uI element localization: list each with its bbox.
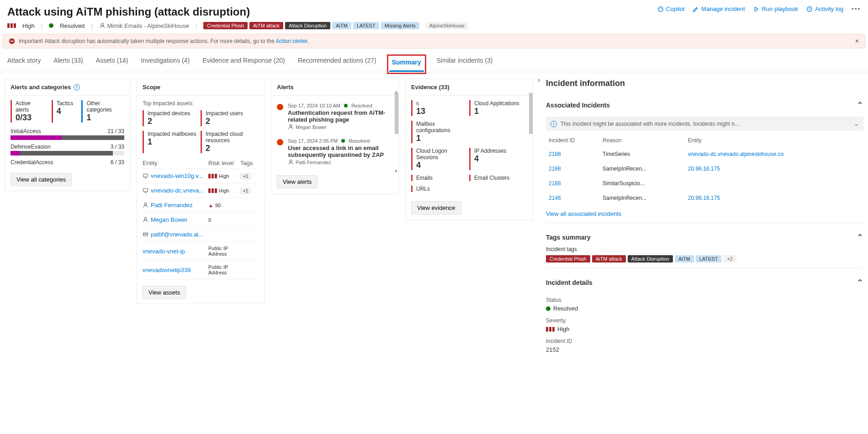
assoc-info-banner: i This incident might be associated with… [546, 117, 863, 131]
entity-row[interactable]: vnevado-win10g.v... High+1 [143, 169, 259, 183]
category-row: CredentialAccess6 / 33 [11, 159, 124, 166]
entity-row[interactable]: Megan Bower0 [143, 213, 259, 227]
category-row: InitialAccess21 / 33 [11, 128, 124, 140]
tab-attack-story[interactable]: Attack story [7, 57, 41, 72]
incident-tag[interactable]: AiTM attack [592, 255, 626, 263]
collapse-sidebar-button[interactable]: › [538, 76, 540, 84]
tab-recommended-actions-[interactable]: Recommended actions (27) [298, 57, 376, 72]
incident-tag[interactable]: LATEST [696, 255, 722, 263]
entity-row[interactable]: pattif@vnevado.al... [143, 227, 259, 242]
action-center-link[interactable]: Action center [275, 38, 307, 44]
evidence-panel: Evidence (33) s13Cloud Applications1Mail… [405, 79, 533, 220]
run-playbook-button[interactable]: Run playbook [753, 5, 799, 12]
alerts-categories-panel: Alerts and categoriesi Active alerts0/33… [5, 79, 130, 191]
more-button[interactable]: ••• [852, 5, 861, 12]
associated-incident-row[interactable]: 2188TimeSeriesvnevado-dc.vnevado.alpines… [547, 147, 863, 161]
severity-label: High [22, 22, 35, 29]
view-assets-button[interactable]: View assets [143, 286, 186, 299]
svg-rect-7 [143, 174, 148, 177]
page-title: Attack using AiTM phishing (attack disru… [7, 5, 250, 18]
tab-summary[interactable]: Summary [389, 57, 424, 72]
owner-link[interactable]: Mimik Emails - AlpineSkiHouse [99, 22, 189, 29]
view-categories-button[interactable]: View all categories [11, 173, 72, 186]
incident-tag[interactable]: Credential Phish [546, 255, 590, 263]
svg-point-1 [659, 8, 660, 9]
tab-evidence-and-response-[interactable]: Evidence and Response (20) [202, 57, 285, 72]
more-tags-button[interactable]: +2 [723, 255, 736, 263]
header-actions: Copilot Manage incident Run playbook Act… [657, 5, 861, 12]
evidence-item: Email Clusters [469, 175, 527, 181]
associated-incident-row[interactable]: 2188SameIpInRecen...20.96.16.175 [547, 162, 863, 176]
entity-row[interactable]: Patti Fernandez▲ 90 [143, 198, 259, 213]
severity-icon [7, 23, 16, 28]
evidence-item: IP Addresses4 [469, 148, 527, 170]
scope-panel: Scope Top impacted assets Impacted devic… [137, 79, 265, 304]
evidence-item: Cloud Applications1 [469, 100, 527, 116]
info-icon: i [550, 121, 557, 127]
evidence-item: Cloud Logon Sessions4 [411, 148, 469, 170]
action-banner: Important! Attack disruption has automat… [3, 34, 865, 48]
expand-banner-button[interactable]: ⌄ [854, 120, 859, 127]
entity-row[interactable]: vnevado-vnet-ipPublic IP Address [143, 242, 259, 261]
stat-block: Active alerts0/33 [11, 100, 43, 123]
associated-incident-row[interactable]: 2146SameIpInRecen...20.96.16.175 [547, 191, 863, 205]
tabs: Attack storyAlerts (33)Assets (14)Invest… [0, 48, 868, 72]
scope-stat: Impacted users2 [201, 110, 259, 126]
incident-tag[interactable]: AiTM [332, 22, 351, 29]
category-row: DefenseEvasion3 / 33 [11, 144, 124, 155]
svg-rect-6 [11, 41, 14, 42]
incident-tag[interactable]: Attack Disruption [285, 22, 330, 29]
svg-rect-8 [143, 188, 148, 192]
incident-details-toggle[interactable]: Incident details⌃ [546, 274, 863, 291]
activity-log-button[interactable]: Activity log [806, 5, 843, 12]
entity-row[interactable]: vnevado-dc.vneva... High+1 [143, 183, 259, 198]
scope-stat: Impacted mailboxes1 [143, 131, 201, 153]
incident-info-sidebar: › Incident information Associated Incide… [540, 79, 863, 359]
view-alerts-button[interactable]: View alerts [277, 175, 318, 188]
svg-point-2 [661, 8, 662, 9]
stat-block: Tactics4 [52, 100, 74, 123]
tab-assets-[interactable]: Assets (14) [96, 57, 128, 72]
severity-icon [546, 327, 555, 332]
scope-stat: Impacted cloud resources2 [201, 131, 259, 153]
alert-dot-icon [277, 139, 283, 145]
info-icon[interactable]: i [74, 84, 80, 91]
svg-point-9 [144, 203, 147, 205]
svg-point-0 [658, 6, 663, 11]
incident-tag[interactable]: LATEST [353, 22, 379, 29]
manage-incident-button[interactable]: Manage incident [693, 5, 745, 12]
svg-point-4 [101, 23, 103, 26]
copilot-button[interactable]: Copilot [657, 5, 684, 12]
view-evidence-button[interactable]: View evidence [411, 201, 461, 214]
entity-row[interactable]: vnevadovnetip339Public IP Address [143, 261, 259, 279]
incident-tag[interactable]: Missing Alerts [381, 22, 419, 29]
status-dot-icon [546, 306, 550, 311]
evidence-item: Mailbox configurations1 [411, 121, 469, 143]
incident-tag[interactable]: AiTM [675, 255, 694, 263]
alert-item[interactable]: Sep 17, 2024 10:10 AMResolved Authentica… [277, 100, 393, 135]
tab-alerts-[interactable]: Alerts (33) [53, 57, 83, 72]
view-all-associated-link[interactable]: View all associated incidents [546, 210, 863, 217]
evidence-item: s13 [411, 100, 469, 116]
alerts-panel: Alerts Sep 17, 2024 10:10 AMResolved Aut… [271, 79, 399, 194]
associated-incidents-toggle[interactable]: Associated Incidents⌃ [546, 96, 863, 114]
svg-point-13 [290, 160, 292, 162]
incident-tag[interactable]: Attack Disruption [628, 255, 673, 263]
evidence-item: URLs [411, 186, 469, 192]
close-banner-button[interactable]: ✕ [855, 38, 859, 44]
tags-summary-toggle[interactable]: Tags summary⌃ [546, 229, 863, 246]
evidence-item: Emails [411, 175, 469, 181]
status-label: Resolved [60, 22, 85, 29]
svg-point-12 [290, 125, 292, 127]
alert-item[interactable]: Sep 17, 2024 2:05 PMResolved User access… [277, 135, 393, 171]
incident-tag[interactable]: AiTM attack [249, 22, 283, 29]
tab-investigations-[interactable]: Investigations (4) [141, 57, 190, 72]
scope-stat: Impacted devices2 [143, 110, 201, 126]
incident-meta: High | Resolved | Mimik Emails - AlpineS… [0, 18, 868, 34]
alert-dot-icon [277, 104, 283, 110]
tab-similar-incidents-[interactable]: Similar incidents (3) [437, 57, 493, 72]
stat-block: Other categories1 [81, 100, 124, 123]
associated-incident-row[interactable]: 2188SimilarSuspicio... [547, 177, 863, 190]
svg-point-10 [144, 218, 147, 220]
incident-tag[interactable]: Credential Phish [203, 22, 248, 29]
